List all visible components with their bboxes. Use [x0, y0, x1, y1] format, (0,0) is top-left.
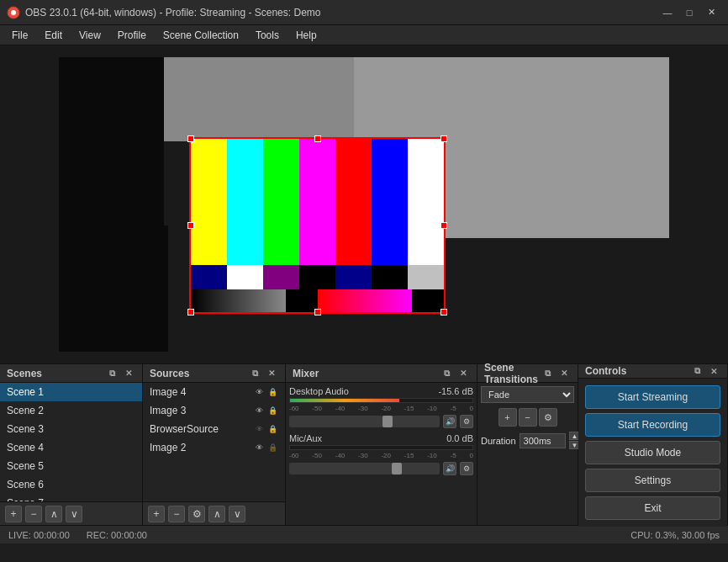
resize-handle-tl[interactable]: [187, 135, 194, 142]
sources-add-button[interactable]: +: [148, 506, 165, 522]
status-bar: LIVE: 00:00:00 REC: 00:00:00 CPU: 0.3%, …: [0, 525, 728, 543]
source-item-image3[interactable]: Image 3 👁 🔒: [143, 401, 285, 420]
transition-buttons: + − ⚙: [481, 408, 574, 427]
source-lock-icon-image3[interactable]: 🔒: [266, 405, 278, 416]
transition-remove-button[interactable]: −: [519, 408, 537, 427]
preview-canvas[interactable]: [59, 57, 669, 352]
controls-content: Start Streaming Start Recording Studio M…: [578, 379, 727, 527]
resize-handle-tm[interactable]: [314, 135, 321, 142]
resize-handle-bl[interactable]: [187, 309, 194, 315]
menu-edit[interactable]: Edit: [36, 28, 71, 43]
source-eye-off-icon-browsersource[interactable]: 👁: [253, 423, 265, 435]
source-eye-icon-image2[interactable]: 👁: [253, 442, 265, 453]
scenes-filter-icon[interactable]: ⧉: [105, 367, 119, 380]
scenes-close-icon[interactable]: ✕: [122, 367, 135, 380]
scenes-remove-button[interactable]: −: [25, 506, 42, 522]
resize-handle-tr[interactable]: [440, 135, 447, 142]
source-item-browsersource[interactable]: BrowserSource 👁 🔒: [143, 420, 285, 438]
scenes-up-button[interactable]: ∧: [45, 506, 62, 522]
sources-remove-button[interactable]: −: [168, 506, 185, 522]
sources-up-button[interactable]: ∧: [208, 506, 225, 522]
start-recording-button[interactable]: Start Recording: [585, 413, 720, 437]
desktop-audio-label: Desktop Audio: [289, 386, 349, 396]
source-name-browsersource: BrowserSource: [150, 423, 253, 435]
source-lock-icon-image4[interactable]: 🔒: [266, 386, 278, 398]
close-button[interactable]: ✕: [701, 4, 721, 21]
source-item-image4[interactable]: Image 4 👁 🔒: [143, 383, 285, 401]
source-unlock-icon-image2[interactable]: 🔒: [266, 442, 278, 453]
sources-down-button[interactable]: ∨: [229, 506, 245, 522]
desktop-audio-fader[interactable]: [289, 416, 440, 427]
scenes-panel-footer: + − ∧ ∨: [0, 501, 142, 525]
mixer-filter-icon[interactable]: ⧉: [440, 367, 453, 380]
desktop-audio-mute-button[interactable]: 🔊: [443, 415, 456, 428]
mixer-close-icon[interactable]: ✕: [456, 367, 470, 380]
start-streaming-button[interactable]: Start Streaming: [585, 385, 720, 409]
desktop-audio-meter-labels: -60-50-40-30-20-15-10-50: [289, 405, 473, 412]
mic-aux-fader[interactable]: [289, 463, 440, 475]
mic-aux-label: Mic/Aux: [289, 433, 322, 443]
controls-filter-icon[interactable]: ⧉: [690, 364, 704, 378]
settings-button[interactable]: Settings: [585, 469, 720, 492]
controls-close-icon[interactable]: ✕: [707, 364, 720, 378]
transitions-close-icon[interactable]: ✕: [557, 367, 571, 380]
source-name-image4: Image 4: [150, 386, 253, 398]
mixer-panel: Mixer ⧉ ✕ Desktop Audio -15.6 dB -60-50-…: [286, 364, 477, 525]
menu-view[interactable]: View: [71, 28, 109, 43]
sources-filter-icon[interactable]: ⧉: [248, 367, 261, 380]
transition-add-button[interactable]: +: [499, 408, 517, 427]
maximize-button[interactable]: □: [679, 4, 699, 21]
controls-panel-header: Controls ⧉ ✕: [578, 364, 727, 379]
source-item-image2[interactable]: Image 2 👁 🔒: [143, 438, 285, 457]
resize-handle-br[interactable]: [440, 309, 447, 315]
transition-settings-button[interactable]: ⚙: [539, 408, 557, 427]
menu-profile[interactable]: Profile: [109, 28, 155, 43]
scene-item-3[interactable]: Scene 3: [0, 420, 142, 438]
scene-transitions-panel: Scene Transitions ⧉ ✕ Fade Cut Swipe Sli…: [477, 364, 578, 525]
sources-panel-header: Sources ⧉ ✕: [143, 364, 285, 383]
scene-item-4[interactable]: Scene 4: [0, 438, 142, 457]
source-lock-icon-browsersource[interactable]: 🔒: [266, 423, 278, 435]
scene-item-6[interactable]: Scene 6: [0, 475, 142, 494]
scenes-panel: Scenes ⧉ ✕ Scene 1 Scene 2 Scene 3 Scene…: [0, 364, 143, 525]
transitions-filter-icon[interactable]: ⧉: [541, 367, 554, 380]
scenes-down-button[interactable]: ∨: [66, 506, 82, 522]
scene-item-7[interactable]: Scene 7: [0, 494, 142, 501]
scenes-add-button[interactable]: +: [5, 506, 22, 522]
sources-close-icon[interactable]: ✕: [265, 367, 278, 380]
menu-tools[interactable]: Tools: [247, 28, 288, 43]
source-eye-icon-image4[interactable]: 👁: [253, 386, 265, 398]
mic-aux-fader-thumb[interactable]: [392, 463, 402, 475]
mic-aux-settings-button[interactable]: ⚙: [460, 462, 473, 475]
color-bars-source[interactable]: [189, 137, 446, 314]
source-eye-icon-image3[interactable]: 👁: [253, 405, 265, 416]
mic-aux-mute-button[interactable]: 🔊: [443, 462, 456, 475]
scene-item-1[interactable]: Scene 1: [0, 383, 142, 401]
menu-scene-collection[interactable]: Scene Collection: [155, 28, 247, 43]
exit-button[interactable]: Exit: [585, 496, 720, 520]
mixer-panel-icons: ⧉ ✕: [440, 367, 470, 380]
resize-handle-bm[interactable]: [314, 309, 321, 315]
menu-file[interactable]: File: [3, 28, 36, 43]
bar-magenta: [299, 139, 335, 265]
transitions-panel-title: Scene Transitions: [484, 362, 541, 385]
desktop-audio-fader-thumb[interactable]: [382, 416, 393, 427]
minimize-button[interactable]: —: [657, 4, 678, 21]
mic-aux-db: 0.0 dB: [446, 433, 473, 443]
mixer-track-mic-header: Mic/Aux 0.0 dB: [289, 433, 473, 443]
resize-handle-ml[interactable]: [187, 222, 194, 229]
desktop-audio-fader-row: 🔊 ⚙: [289, 415, 473, 428]
mic-aux-meter: [289, 445, 473, 450]
studio-mode-button[interactable]: Studio Mode: [585, 441, 720, 464]
scene-item-2[interactable]: Scene 2: [0, 401, 142, 420]
live-status: LIVE: 00:00:00: [8, 530, 70, 540]
sources-settings-button[interactable]: ⚙: [188, 506, 205, 522]
resize-handle-mr[interactable]: [440, 222, 447, 229]
duration-input[interactable]: [520, 433, 566, 448]
menu-help[interactable]: Help: [288, 28, 325, 43]
source-icons-image2: 👁 🔒: [253, 442, 278, 453]
desktop-audio-settings-button[interactable]: ⚙: [460, 415, 473, 428]
preview-area: [0, 45, 728, 363]
scene-item-5[interactable]: Scene 5: [0, 457, 142, 475]
transition-type-select[interactable]: Fade Cut Swipe Slide: [481, 386, 574, 403]
